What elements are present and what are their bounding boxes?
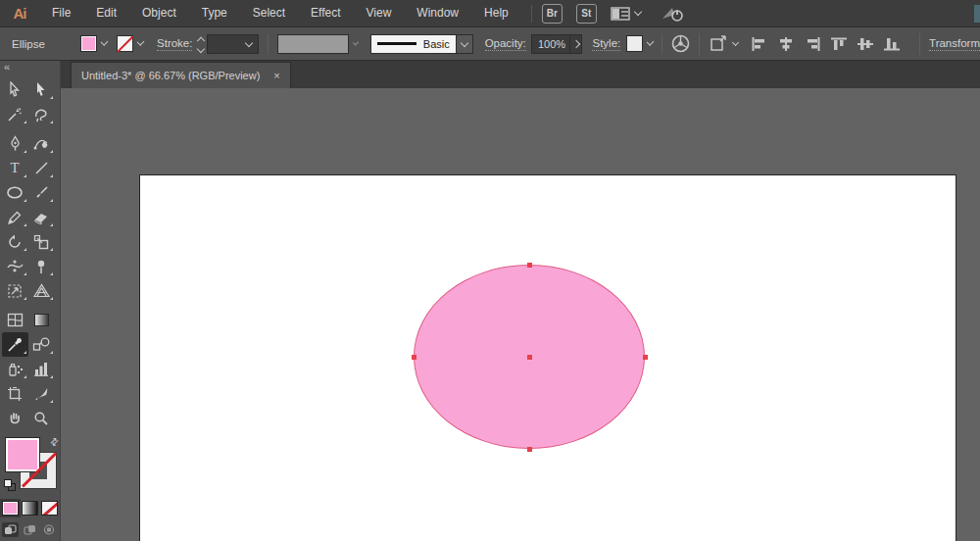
divider <box>919 33 920 55</box>
menu-view[interactable]: View <box>354 0 405 26</box>
artboard[interactable] <box>139 174 956 541</box>
zoom-tool[interactable] <box>28 406 55 430</box>
selection-type-label: Ellipse <box>12 38 62 50</box>
curvature-tool[interactable] <box>28 131 55 156</box>
document-tab[interactable]: Untitled-3* @ 66.67% (RGB/Preview) × <box>71 62 291 88</box>
transform-link[interactable]: Transform <box>929 37 980 51</box>
divider <box>268 33 269 55</box>
graphic-style-swatch[interactable] <box>626 35 643 52</box>
menu-edit[interactable]: Edit <box>83 0 129 26</box>
stroke-chevron-icon[interactable] <box>137 38 145 46</box>
gpu-performance-icon[interactable] <box>661 5 686 23</box>
paintbrush-tool[interactable] <box>28 180 55 205</box>
magic-wand-tool[interactable] <box>2 102 28 126</box>
free-transform-tool[interactable] <box>2 278 28 303</box>
pencil-tool[interactable] <box>2 205 28 229</box>
none-mode-button[interactable] <box>41 501 58 516</box>
type-glyph: T <box>10 161 19 175</box>
app-logo: Ai <box>0 5 39 22</box>
stroke-weight-stepper[interactable] <box>198 34 204 54</box>
align-right-icon[interactable] <box>805 37 820 51</box>
slice-tool[interactable] <box>28 381 55 406</box>
blend-tool[interactable] <box>28 332 55 357</box>
document-title: Untitled-3* @ 66.67% (RGB/Preview) <box>81 70 260 81</box>
menu-type[interactable]: Type <box>189 0 240 26</box>
stock-button[interactable]: St <box>576 4 597 24</box>
pen-tool[interactable] <box>2 131 28 156</box>
eraser-tool[interactable] <box>28 205 55 229</box>
brush-chevron-icon[interactable] <box>353 39 360 46</box>
canvas-pasteboard[interactable] <box>61 88 980 541</box>
divider <box>699 33 700 55</box>
draw-behind-icon[interactable] <box>22 522 38 537</box>
fill-indicator[interactable] <box>5 437 40 472</box>
column-graph-tool[interactable] <box>28 357 55 381</box>
symbol-sprayer-tool[interactable] <box>2 357 28 381</box>
stroke-color-swatch[interactable] <box>117 35 133 52</box>
clipped-edge-icon <box>974 5 980 23</box>
anchor-center[interactable] <box>527 355 532 360</box>
gradient-tool[interactable] <box>28 308 55 332</box>
draw-inside-icon[interactable] <box>41 522 58 537</box>
opacity-field[interactable]: 100% <box>531 34 570 54</box>
none-slash-icon <box>118 36 134 53</box>
menu-object[interactable]: Object <box>129 0 189 26</box>
menu-help[interactable]: Help <box>471 0 521 26</box>
menu-bar: Ai File Edit Object Type Select Effect V… <box>0 0 980 27</box>
width-tool[interactable] <box>2 254 28 278</box>
anchor-top[interactable] <box>527 263 532 268</box>
artboard-tool[interactable] <box>2 381 28 406</box>
style-chevron-icon[interactable] <box>647 38 655 46</box>
align-middle-v-icon[interactable] <box>858 37 873 51</box>
line-segment-tool[interactable] <box>28 156 55 180</box>
stroke-weight-dropdown[interactable] <box>207 34 259 54</box>
rotate-tool[interactable] <box>2 229 28 254</box>
stroke-preview-line <box>377 42 416 45</box>
default-fill-stroke-icon[interactable] <box>4 479 16 491</box>
hand-tool[interactable] <box>2 406 28 430</box>
gradient-mode-button[interactable] <box>22 501 38 516</box>
anchor-left[interactable] <box>412 355 416 360</box>
tools-panel: « T <box>0 61 61 541</box>
direct-selection-tool[interactable] <box>28 77 55 102</box>
lasso-tool[interactable] <box>28 102 55 126</box>
opacity-expander-icon[interactable] <box>570 34 582 54</box>
stroke-panel-link[interactable]: Stroke: <box>157 37 192 51</box>
perspective-grid-tool[interactable] <box>28 278 55 303</box>
workspace-arrange-icon[interactable] <box>611 7 641 21</box>
color-mode-button[interactable] <box>2 501 19 516</box>
align-center-h-icon[interactable] <box>778 37 794 51</box>
puppet-warp-tool[interactable] <box>28 254 55 278</box>
draw-normal-icon[interactable] <box>2 522 19 537</box>
type-tool[interactable]: T <box>2 156 28 180</box>
fill-color-swatch[interactable] <box>80 35 97 52</box>
anchor-right[interactable] <box>643 355 648 360</box>
selection-tool[interactable] <box>2 77 28 102</box>
ellipse-tool[interactable] <box>2 180 28 205</box>
profile-chevron-icon[interactable] <box>457 34 473 54</box>
align-top-icon[interactable] <box>831 37 847 51</box>
divider <box>662 33 662 55</box>
menu-select[interactable]: Select <box>240 0 298 26</box>
variable-width-profile-dropdown[interactable]: Basic <box>370 34 473 54</box>
align-bottom-icon[interactable] <box>884 37 900 51</box>
shape-properties-icon[interactable] <box>709 35 738 52</box>
menu-effect[interactable]: Effect <box>298 0 353 26</box>
close-tab-icon[interactable]: × <box>273 70 279 81</box>
align-left-icon[interactable] <box>752 37 767 51</box>
collapse-panel-button[interactable]: « <box>0 61 60 75</box>
recolor-artwork-icon[interactable] <box>671 34 690 53</box>
bridge-button[interactable]: Br <box>542 4 563 24</box>
document-tab-bar: Untitled-3* @ 66.67% (RGB/Preview) × <box>61 61 980 88</box>
mesh-tool[interactable] <box>2 308 28 332</box>
menu-window[interactable]: Window <box>404 0 471 26</box>
scale-tool[interactable] <box>28 229 55 254</box>
opacity-link[interactable]: Opacity: <box>485 37 526 51</box>
brush-definition-dropdown[interactable] <box>277 34 349 54</box>
swap-fill-stroke-icon[interactable]: ⇄ <box>47 435 61 449</box>
menu-file[interactable]: File <box>39 0 83 26</box>
anchor-bottom[interactable] <box>527 447 532 452</box>
fill-chevron-icon[interactable] <box>100 38 108 46</box>
style-link[interactable]: Style: <box>592 37 620 51</box>
eyedropper-tool[interactable] <box>2 332 28 357</box>
